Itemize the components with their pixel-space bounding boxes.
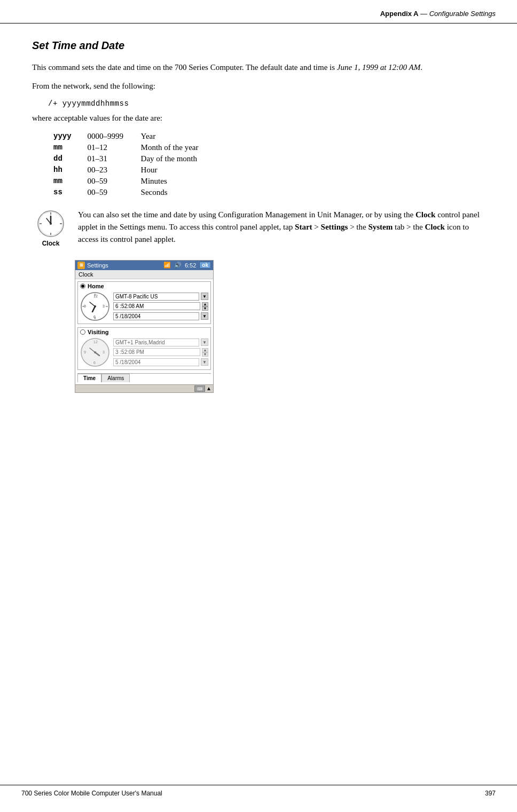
svg-point-28 <box>94 351 96 353</box>
home-time-up[interactable]: ▲ <box>202 302 208 306</box>
visiting-time-down: ▼ <box>202 352 208 357</box>
home-timezone-row: GMT-8 Pacific US ▼ <box>113 293 208 301</box>
home-time-down[interactable]: ▼ <box>202 306 208 311</box>
home-time-arrows: ▲ ▼ <box>202 302 208 311</box>
date-desc: Minutes <box>141 176 215 187</box>
svg-text:9: 9 <box>84 304 86 308</box>
date-range: 01–31 <box>88 153 141 164</box>
tab-alarms[interactable]: Alarms <box>101 374 130 382</box>
clock-note-intro: You can also set the time and date by us… <box>78 210 416 219</box>
page-header: Appendix A — Configurable Settings <box>0 0 517 23</box>
titlebar-right: 📶 🔊 6:52 ok <box>163 262 211 269</box>
date-table-row: dd01–31Day of the month <box>53 153 215 164</box>
ok-button[interactable]: ok <box>199 262 211 269</box>
taskbar-arrow: ▲ <box>206 385 212 391</box>
date-table-row: mm01–12Month of the year <box>53 142 215 153</box>
date-desc: Year <box>141 131 215 142</box>
visiting-label: Visiting <box>88 329 109 335</box>
home-timezone-dropdown[interactable]: ▼ <box>201 293 208 300</box>
visiting-timezone: GMT+1 Paris,Madrid <box>113 338 199 346</box>
clock-note-bold3: Settings <box>321 223 348 231</box>
visiting-section-header: Visiting <box>78 328 210 336</box>
date-range: 0000–9999 <box>88 131 141 142</box>
tab-time[interactable]: Time <box>77 374 101 382</box>
date-code: mm <box>53 142 88 153</box>
visiting-time: 3 :52:08 PM <box>113 348 200 356</box>
home-date-dropdown[interactable]: ▼ <box>201 312 208 320</box>
page-footer: 700 Series Color Mobile Computer User's … <box>0 785 517 801</box>
home-radio[interactable] <box>80 283 85 289</box>
home-clock-fields: GMT-8 Pacific US ▼ 6 :52:08 AM ▲ ▼ <box>113 293 208 320</box>
clock-note-bold1: Clock <box>416 210 436 219</box>
date-range: 00–59 <box>88 187 141 198</box>
paragraph-1: This command sets the date and time on t… <box>32 61 485 74</box>
date-code: yyyy <box>53 131 88 142</box>
device-titlebar: ⊞ Settings 📶 🔊 6:52 ok <box>75 261 213 270</box>
date-code: mm <box>53 176 88 187</box>
date-desc: Seconds <box>141 187 215 198</box>
clock-note-bold5: Clock <box>425 223 445 231</box>
home-label: Home <box>88 283 104 289</box>
date-table-row: mm00–59Minutes <box>53 176 215 187</box>
device-time: 6:52 <box>185 262 196 269</box>
svg-text:6: 6 <box>93 361 96 365</box>
date-range: 01–12 <box>88 142 141 153</box>
signal-icon: 📶 <box>163 262 171 269</box>
para1-end: . <box>420 63 422 72</box>
clock-note-gt1: > <box>312 223 321 231</box>
clock-icon <box>37 210 65 238</box>
visiting-date: 5 /18/2004 <box>113 358 199 366</box>
home-date-row: 5 /18/2004 ▼ <box>113 312 208 320</box>
visiting-time-up: ▲ <box>202 348 208 352</box>
home-section: Home 12 3 <box>77 281 211 324</box>
home-section-content: 12 3 6 9 <box>78 290 210 324</box>
visiting-clock-fields: GMT+1 Paris,Madrid ▼ 3 :52:08 PM ▲ ▼ 5 /… <box>113 338 208 366</box>
clock-note-section: Clock You can also set the time and date… <box>32 209 485 247</box>
command-line: /+ yyyymmddhhmmss <box>48 99 485 108</box>
svg-text:6: 6 <box>93 315 96 319</box>
clock-icon-container: Clock <box>32 209 69 247</box>
clock-note-end: tab > the <box>393 223 425 231</box>
paragraph-2: From the network, send the following: <box>32 80 485 92</box>
visiting-analog-clock: 12 3 6 9 <box>80 337 110 367</box>
para1-italic: June 1, 1999 at 12:00 AM <box>337 63 420 72</box>
visiting-time-row: 3 :52:08 PM ▲ ▼ <box>113 348 208 357</box>
clock-note-text: You can also set the time and date by us… <box>78 209 485 246</box>
clock-note-bold2: Start <box>295 223 312 231</box>
visiting-radio[interactable] <box>80 329 85 335</box>
date-table: yyyy0000–9999Yearmm01–12Month of the yea… <box>53 131 215 198</box>
date-code: dd <box>53 153 88 164</box>
start-icon: ⊞ <box>77 262 85 269</box>
date-table-row: ss00–59Seconds <box>53 187 215 198</box>
home-time[interactable]: 6 :52:08 AM <box>113 302 200 310</box>
clock-note-gt2: > the <box>348 223 368 231</box>
svg-text:12: 12 <box>93 294 98 298</box>
visiting-section-content: 12 3 6 9 G <box>78 336 210 369</box>
date-desc: Hour <box>141 164 215 176</box>
visiting-date-dropdown: ▼ <box>201 358 208 366</box>
section-title: Set Time and Date <box>32 40 485 52</box>
keyboard-icon[interactable]: ⌨ <box>194 385 205 392</box>
svg-text:3: 3 <box>103 304 105 308</box>
footer-left: 700 Series Color Mobile Computer User's … <box>21 790 162 797</box>
para1-text: This command sets the date and time on t… <box>32 63 337 72</box>
date-table-row: hh00–23Hour <box>53 164 215 176</box>
volume-icon: 🔊 <box>174 262 182 269</box>
device-tabs: Time Alarms <box>77 373 211 382</box>
home-timezone[interactable]: GMT-8 Pacific US <box>113 293 199 301</box>
appendix-label: Appendix A <box>380 10 419 18</box>
home-date[interactable]: 5 /18/2004 <box>113 312 199 320</box>
svg-text:3: 3 <box>103 350 105 354</box>
visiting-timezone-row: GMT+1 Paris,Madrid ▼ <box>113 338 208 346</box>
device-screen-title: Clock <box>75 270 213 279</box>
svg-text:12: 12 <box>93 340 98 344</box>
titlebar-left: ⊞ Settings <box>77 262 108 269</box>
header-title: Configurable Settings <box>429 10 496 18</box>
svg-text:9: 9 <box>84 350 86 354</box>
main-content: Set Time and Date This command sets the … <box>0 23 517 441</box>
visiting-date-row: 5 /18/2004 ▼ <box>113 358 208 366</box>
home-section-header: Home <box>78 282 210 290</box>
device-screenshot: ⊞ Settings 📶 🔊 6:52 ok Clock Home <box>75 260 214 393</box>
home-analog-clock: 12 3 6 9 <box>80 291 110 321</box>
date-range: 00–59 <box>88 176 141 187</box>
